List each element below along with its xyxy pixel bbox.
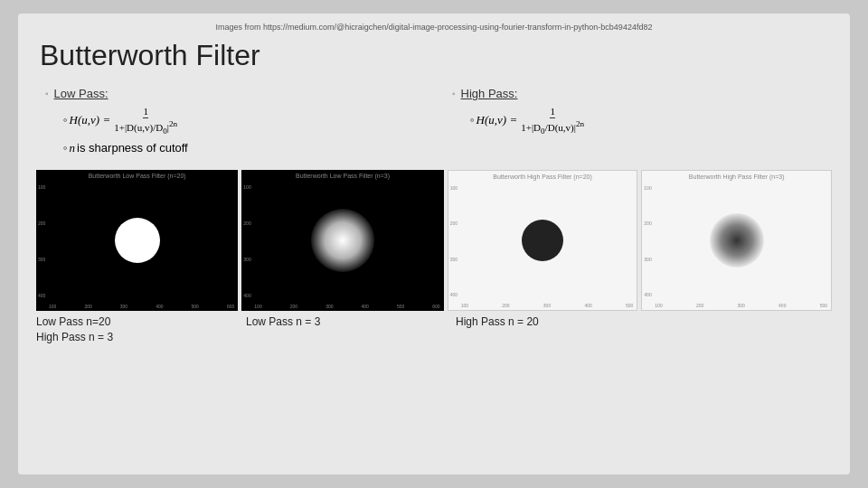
lp20-xaxis: 100 200 300 400 500 600: [49, 304, 234, 309]
hp3-xaxis: 100 200 300 400 500: [655, 303, 827, 308]
hp3-title: Butterworth High Pass Filter (n=3): [642, 174, 831, 180]
caption-lp20: Low Pass n=20 High Pass n = 3: [36, 314, 242, 345]
high-pass-bullet: ◦: [452, 89, 456, 99]
high-pass-formula: ◦ H(u,v) = 1 1+|D0/D(u,v)|2n: [470, 106, 832, 136]
hp20-yaxis: 100 200 300 400: [450, 185, 458, 297]
lp3-image: Butterworth Low Pass Filter (n=3) 100 20…: [241, 170, 443, 311]
hp3-yaxis: 100 200 300 400: [644, 185, 651, 297]
low-pass-note: ◦ n is sharpness of cutoff: [63, 141, 425, 155]
lp-fraction: 1 1+|D(u,v)/D0|2n: [114, 106, 177, 136]
captions-row: Low Pass n=20 High Pass n = 3 Low Pass n…: [36, 314, 832, 345]
high-pass-col: ◦ High Pass: ◦ H(u,v) = 1 1+|D0/D(u,v)|2…: [443, 87, 832, 161]
low-pass-label: ◦ Low Pass:: [45, 87, 425, 100]
lp20-circle: [115, 218, 160, 263]
hp20-xaxis: 100 200 300 400 500: [461, 303, 634, 308]
hp3-image: Butterworth High Pass Filter (n=3) 100 2…: [641, 170, 832, 311]
high-pass-label: ◦ High Pass:: [452, 87, 832, 100]
caption-lp20-line2: High Pass n = 3: [36, 330, 242, 345]
low-pass-label-text: Low Pass:: [54, 87, 108, 100]
low-pass-col: ◦ Low Pass: ◦ H(u,v) = 1 1+|D(u,v)/D0|2n…: [36, 87, 425, 161]
lp20-image: Butterworth Low Pass Filter (n=20) 100 2…: [36, 170, 238, 311]
hp20-title: Butterworth High Pass Filter (n=20): [448, 174, 637, 180]
low-pass-formula: ◦ H(u,v) = 1 1+|D(u,v)/D0|2n: [63, 106, 425, 136]
caption-lp3: Low Pass n = 3: [246, 314, 452, 345]
lp3-circle: [311, 209, 374, 272]
images-row: Butterworth Low Pass Filter (n=20) 100 2…: [36, 170, 832, 311]
caption-lp3-line1: Low Pass n = 3: [246, 314, 452, 330]
slide-title: Butterworth Filter: [36, 39, 832, 72]
hp3-circle: [710, 213, 764, 267]
caption-lp20-line1: Low Pass n=20: [36, 314, 242, 330]
lp3-title: Butterworth Low Pass Filter (n=3): [241, 173, 443, 179]
formulas-row: ◦ Low Pass: ◦ H(u,v) = 1 1+|D(u,v)/D0|2n…: [36, 87, 832, 161]
lp20-title: Butterworth Low Pass Filter (n=20): [36, 173, 238, 179]
source-url: Images from https://medium.com/@hicraigc…: [36, 23, 832, 32]
hp20-circle: [522, 220, 563, 261]
hp-fraction: 1 1+|D0/D(u,v)|2n: [521, 106, 584, 136]
lp3-xaxis: 100 200 300 400 500 600: [254, 304, 439, 309]
lp3-yaxis: 100 200 300 400: [243, 184, 250, 298]
hp20-image: Butterworth High Pass Filter (n=20) 100 …: [448, 170, 638, 311]
lp20-yaxis: 100 200 300 400: [38, 184, 45, 298]
high-pass-label-text: High Pass:: [461, 87, 518, 100]
slide: Images from https://medium.com/@hicraigc…: [18, 14, 850, 474]
caption-hp20-line1: High Pass n = 20: [456, 314, 832, 330]
caption-hp20: High Pass n = 20: [456, 314, 832, 345]
formula-bullet: ◦: [63, 113, 68, 127]
low-pass-bullet: ◦: [45, 89, 49, 99]
